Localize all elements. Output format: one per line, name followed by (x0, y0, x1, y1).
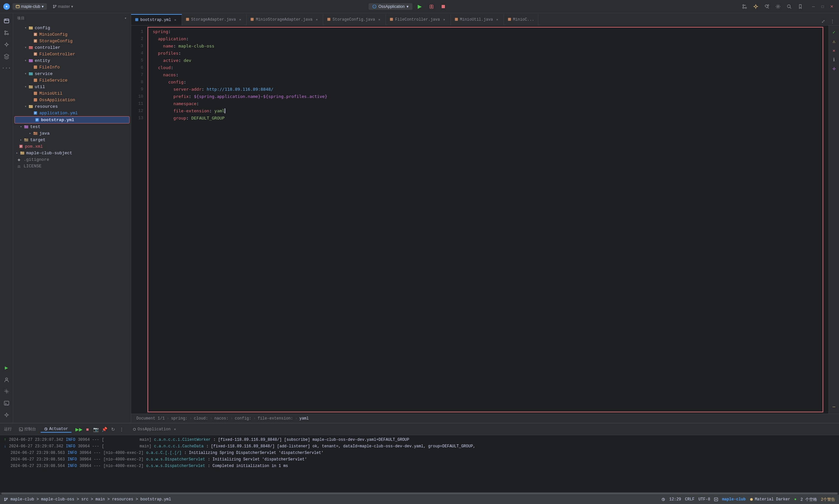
tab-close-StorageConfig[interactable]: ✕ (377, 17, 382, 22)
tree-item-util[interactable]: ▾ util (13, 84, 131, 90)
tree-item-test[interactable]: ▾ test (13, 124, 131, 130)
search-icon[interactable] (785, 2, 794, 11)
tab-StorageAdapter[interactable]: StorageAdapter.java ✕ (182, 14, 247, 25)
run-config-button[interactable]: OssApplication ▾ (369, 3, 412, 10)
tree-item-service[interactable]: ▾ service (13, 70, 131, 77)
activity-git2-icon[interactable] (1, 410, 12, 420)
tab-StorageConfig[interactable]: StorageConfig.java ✕ (323, 14, 386, 25)
tab-MinioUtil[interactable]: MinioUtil.java ✕ (451, 14, 504, 25)
tree-item-pom-xml[interactable]: pom.xml (13, 143, 131, 150)
activity-more-icon[interactable]: ··· (1, 63, 12, 73)
folder-icon-java (33, 131, 38, 136)
vcs-icon[interactable] (740, 2, 749, 11)
tab-close-MinioUtil[interactable]: ✕ (495, 17, 500, 22)
tree-item-FileController[interactable]: FileController (13, 51, 131, 57)
stop-button[interactable] (439, 2, 448, 11)
settings-icon[interactable] (773, 2, 783, 11)
status-branch-item[interactable] (4, 498, 8, 501)
tools-icon[interactable] (762, 2, 771, 11)
branch-button[interactable]: master ▾ (50, 3, 77, 10)
activity-terminal-icon[interactable] (1, 398, 12, 408)
tree-item-MinioUtil[interactable]: MinioUtil (13, 90, 131, 96)
activity-run-icon[interactable]: ▶ (1, 362, 12, 373)
log-row-3: 2024-06-27 23:29:08.563 INFO 30964 --- [… (4, 450, 835, 456)
run-button[interactable]: ▶ (415, 2, 424, 11)
tab-MinioStorageAdapter[interactable]: MinioStorageAdapter.java ✕ (246, 14, 323, 25)
panel-more-btn[interactable]: ⋮ (118, 426, 125, 433)
bookmark-icon[interactable] (796, 2, 805, 11)
file-tree[interactable]: ▾ config MinioConfig StorageConfig (13, 23, 131, 423)
tree-item-gitignore[interactable]: ◆ .gitignore (13, 156, 131, 163)
tab-bootstrap-yml[interactable]: bootstrap.yml ✕ (131, 14, 182, 25)
activity-git-icon[interactable] (1, 39, 12, 50)
status-plugin-icon[interactable] (714, 498, 718, 501)
file-icon-pom (18, 144, 23, 149)
status-encoding[interactable]: UTF-8 (698, 497, 710, 502)
tab-MinioC[interactable]: MinioC... (504, 14, 539, 25)
tab-FileController[interactable]: FileController.java ✕ (386, 14, 451, 25)
panel-screenshot-btn[interactable]: 📷 (92, 426, 100, 433)
code-editor[interactable]: 1 2 3 4 5 6 7 8 9 10 11 12 13 spring: ap… (131, 25, 839, 414)
log-scrollbar[interactable] (0, 492, 839, 495)
status-path[interactable]: maple-club > maple-club-oss > src > main… (11, 497, 171, 502)
code-val-prefix2: ${spring.profiles.active} (263, 94, 327, 99)
rs-git-icon[interactable] (830, 65, 838, 73)
activity-project-icon[interactable] (1, 16, 12, 26)
tree-item-FileService[interactable]: FileService (13, 77, 131, 84)
tree-item-controller[interactable]: ▾ controller (13, 44, 131, 51)
close-button[interactable]: ✕ (828, 3, 836, 11)
tab-oss-app[interactable]: OssApplication ✕ (129, 426, 181, 433)
status-warnings[interactable]: 2个警告 (821, 497, 835, 502)
tree-item-license[interactable]: ⚖ LICENSE (13, 163, 131, 169)
rs-check-icon[interactable]: ✓ (830, 28, 838, 36)
tab-oss-app-close[interactable]: ✕ (172, 426, 178, 432)
tree-item-java[interactable]: ▸ java (13, 130, 131, 137)
maximize-button[interactable]: □ (819, 3, 826, 11)
status-project-name[interactable]: maple-club (722, 497, 746, 502)
tab-close-StorageAdapter[interactable]: ✕ (238, 17, 242, 22)
status-time[interactable]: 12:29 (669, 497, 681, 502)
tab-expand-button[interactable]: ⤢ (819, 17, 827, 25)
tree-item-StorageConfig[interactable]: StorageConfig (13, 38, 131, 44)
panel-refresh-btn[interactable]: ↻ (109, 426, 117, 433)
status-spaces[interactable]: 2 个空格 (800, 497, 817, 502)
tree-item-maple-club-subject[interactable]: ▸ maple-club-subject (13, 150, 131, 156)
tree-item-bootstrap-yml[interactable]: bootstrap.yml (14, 116, 130, 124)
rs-info-icon[interactable]: ℹ (830, 56, 838, 64)
minimize-button[interactable]: ─ (809, 3, 817, 11)
activity-layers-icon[interactable] (1, 51, 12, 61)
rs-error-icon[interactable]: ✕ (830, 47, 838, 54)
tab-icon-StorageConfig (327, 18, 330, 22)
commit-icon[interactable] (751, 2, 760, 11)
status-vcs-icon[interactable] (661, 498, 665, 501)
code-content[interactable]: spring: application: name: maple-club-os… (148, 25, 828, 414)
tree-item-resources[interactable]: ▾ resources (13, 103, 131, 110)
tab-close-FileController[interactable]: ✕ (442, 17, 447, 22)
tab-more-button[interactable]: ⋮ (828, 17, 836, 25)
tree-item-application-yml[interactable]: application.yml (13, 110, 131, 116)
panel-pin-btn[interactable]: 📌 (101, 426, 108, 433)
rs-warning-icon[interactable]: ⚠ (830, 37, 838, 45)
activity-person-icon[interactable] (1, 374, 12, 385)
tree-item-FileInfo[interactable]: FileInfo (13, 64, 131, 70)
tree-arrow-entity: ▾ (23, 58, 28, 63)
tree-item-target[interactable]: ▸ target (13, 137, 131, 143)
tab-console[interactable]: 控制台 (16, 426, 39, 433)
panel-stop-btn[interactable]: ■ (84, 426, 91, 433)
activity-settings2-icon[interactable] (1, 386, 12, 397)
tree-item-MinioConfig[interactable]: MinioConfig (13, 31, 131, 38)
debug-button[interactable] (427, 2, 436, 11)
tree-item-entity[interactable]: ▾ entity (13, 57, 131, 64)
tree-label-target: target (30, 138, 46, 142)
tree-label-pom: pom.xml (25, 144, 43, 149)
activity-vcs-icon[interactable] (1, 28, 12, 38)
tab-close-bootstrap-yml[interactable]: ✕ (173, 18, 178, 22)
tab-actuator[interactable]: Actuator (41, 426, 71, 433)
project-button[interactable]: maple-club ▾ (13, 3, 47, 10)
tree-item-config[interactable]: ▾ config (13, 24, 131, 31)
tab-close-MinioStorageAdapter[interactable]: ✕ (314, 17, 319, 22)
status-indicator[interactable]: ● (794, 497, 797, 502)
panel-restart-btn[interactable]: ▶▶ (75, 426, 83, 433)
tree-item-OssApplication[interactable]: OssApplication (13, 96, 131, 103)
status-line-ending[interactable]: CRLF (685, 497, 695, 502)
